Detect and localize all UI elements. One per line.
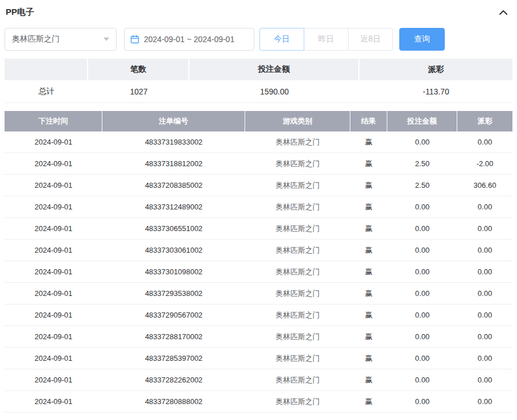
cell-result: 赢 xyxy=(350,348,387,369)
cell-bet-time: 2024-09-01 xyxy=(5,326,102,347)
cell-payout: 0.00 xyxy=(457,196,512,217)
cell-game-type: 奥林匹斯之门 xyxy=(245,283,350,304)
cell-order-no: 48337312489002 xyxy=(102,196,245,217)
cell-bet-time: 2024-09-01 xyxy=(5,283,102,304)
date-range-value: 2024-09-01 ~ 2024-09-01 xyxy=(144,35,234,44)
cell-game-type: 奥林匹斯之门 xyxy=(245,369,350,390)
summary-header-count: 笔数 xyxy=(88,59,189,80)
panel-title: PP电子 xyxy=(6,7,34,18)
cell-result: 赢 xyxy=(350,196,387,217)
cell-game-type: 奥林匹斯之门 xyxy=(245,131,350,153)
cell-game-type: 奥林匹斯之门 xyxy=(245,175,350,196)
cell-payout: 0.00 xyxy=(457,261,512,282)
cell-order-no: 48337319833002 xyxy=(102,131,245,153)
cell-result: 赢 xyxy=(350,218,387,239)
cell-order-no: 48337290567002 xyxy=(102,304,245,326)
cell-bet-time: 2024-09-01 xyxy=(5,153,102,174)
date-range-picker[interactable]: 2024-09-01 ~ 2024-09-01 xyxy=(124,28,254,51)
cell-bet-time: 2024-09-01 xyxy=(5,240,102,261)
cell-bet-amount: 0.00 xyxy=(387,348,457,369)
last-8-days-button[interactable]: 近8日 xyxy=(348,28,393,51)
cell-payout: 0.00 xyxy=(457,369,512,390)
summary-bet-amount-value: 1590.00 xyxy=(189,80,359,102)
cell-result: 赢 xyxy=(350,153,387,174)
cell-order-no: 48337208385002 xyxy=(102,175,245,196)
table-row: 2024-09-01 48337301098002 奥林匹斯之门 赢 0.00 … xyxy=(5,261,512,283)
summary-header-payout: 派彩 xyxy=(359,59,512,80)
cell-order-no: 48337280888002 xyxy=(102,391,245,412)
cell-bet-time: 2024-09-01 xyxy=(5,369,102,390)
cell-result: 赢 xyxy=(350,326,387,347)
cell-bet-time: 2024-09-01 xyxy=(5,131,102,153)
panel-header: PP电子 xyxy=(0,0,517,23)
col-header-payout: 派彩 xyxy=(457,111,512,131)
cell-bet-time: 2024-09-01 xyxy=(5,196,102,217)
cell-result: 赢 xyxy=(350,304,387,326)
cell-payout: 0.00 xyxy=(457,131,512,153)
table-row: 2024-09-01 48337285397002 奥林匹斯之门 赢 0.00 … xyxy=(5,348,512,369)
cell-bet-amount: 0.00 xyxy=(387,196,457,217)
quick-date-button-group: 今日 昨日 近8日 xyxy=(259,28,393,51)
cell-game-type: 奥林匹斯之门 xyxy=(245,326,350,347)
cell-result: 赢 xyxy=(350,369,387,390)
collapse-button[interactable] xyxy=(499,9,508,16)
cell-payout: -2.00 xyxy=(457,153,512,174)
cell-result: 赢 xyxy=(350,283,387,304)
bet-records-table: 下注时间 注单编号 游戏类别 结果 投注金额 派彩 2024-09-01 483… xyxy=(5,111,512,413)
cell-bet-amount: 2.50 xyxy=(387,153,457,174)
summary-header-empty xyxy=(5,59,88,80)
cell-bet-amount: 0.00 xyxy=(387,326,457,347)
table-row: 2024-09-01 48337282262002 奥林匹斯之门 赢 0.00 … xyxy=(5,369,512,391)
game-select-value: 奥林匹斯之门 xyxy=(12,34,60,44)
table-row: 2024-09-01 48337288170002 奥林匹斯之门 赢 0.00 … xyxy=(5,326,512,348)
cell-order-no: 48337288170002 xyxy=(102,326,245,347)
col-header-bet-amount: 投注金额 xyxy=(387,111,457,131)
cell-payout: 306.60 xyxy=(457,175,512,196)
cell-bet-time: 2024-09-01 xyxy=(5,391,102,412)
cell-order-no: 48337318812002 xyxy=(102,153,245,174)
cell-payout: 0.00 xyxy=(457,326,512,347)
cell-game-type: 奥林匹斯之门 xyxy=(245,304,350,326)
summary-header-row: 笔数 投注金额 派彩 xyxy=(5,59,512,80)
cell-result: 赢 xyxy=(350,175,387,196)
cell-bet-amount: 0.00 xyxy=(387,283,457,304)
cell-game-type: 奥林匹斯之门 xyxy=(245,240,350,261)
cell-payout: 0.00 xyxy=(457,283,512,304)
yesterday-button[interactable]: 昨日 xyxy=(304,28,349,51)
cell-bet-amount: 0.00 xyxy=(387,218,457,239)
table-row: 2024-09-01 48337208385002 奥林匹斯之门 赢 2.50 … xyxy=(5,175,512,196)
summary-table: 笔数 投注金额 派彩 总计 1027 1590.00 -113.70 xyxy=(5,59,512,103)
cell-bet-amount: 2.50 xyxy=(387,175,457,196)
cell-bet-time: 2024-09-01 xyxy=(5,304,102,326)
cell-game-type: 奥林匹斯之门 xyxy=(245,196,350,217)
cell-bet-time: 2024-09-01 xyxy=(5,348,102,369)
query-button[interactable]: 查询 xyxy=(399,28,445,51)
table-row: 2024-09-01 48337319833002 奥林匹斯之门 赢 0.00 … xyxy=(5,131,512,153)
today-button[interactable]: 今日 xyxy=(259,28,304,51)
bet-table-header-row: 下注时间 注单编号 游戏类别 结果 投注金额 派彩 xyxy=(5,111,512,131)
cell-result: 赢 xyxy=(350,131,387,153)
filter-bar: 奥林匹斯之门 2024-09-01 ~ 2024-09-01 今日 昨日 近8日… xyxy=(0,23,517,57)
cell-bet-amount: 0.00 xyxy=(387,131,457,153)
cell-payout: 0.00 xyxy=(457,348,512,369)
cell-bet-time: 2024-09-01 xyxy=(5,261,102,282)
cell-result: 赢 xyxy=(350,391,387,412)
table-row: 2024-09-01 48337280888002 奥林匹斯之门 赢 0.00 … xyxy=(5,391,512,413)
cell-payout: 0.00 xyxy=(457,218,512,239)
calendar-icon xyxy=(130,35,139,44)
cell-order-no: 48337293538002 xyxy=(102,283,245,304)
table-row: 2024-09-01 48337312489002 奥林匹斯之门 赢 0.00 … xyxy=(5,196,512,218)
cell-result: 赢 xyxy=(350,240,387,261)
summary-total-row: 总计 1027 1590.00 -113.70 xyxy=(5,80,512,103)
summary-total-label: 总计 xyxy=(5,80,88,102)
cell-bet-time: 2024-09-01 xyxy=(5,175,102,196)
col-header-order-no: 注单编号 xyxy=(102,111,245,131)
cell-order-no: 48337282262002 xyxy=(102,369,245,390)
col-header-game-type: 游戏类别 xyxy=(245,111,350,131)
cell-bet-amount: 0.00 xyxy=(387,369,457,390)
cell-bet-amount: 0.00 xyxy=(387,240,457,261)
game-select[interactable]: 奥林匹斯之门 xyxy=(5,28,117,51)
col-header-result: 结果 xyxy=(350,111,387,131)
chevron-down-icon xyxy=(104,38,109,41)
cell-result: 赢 xyxy=(350,261,387,282)
